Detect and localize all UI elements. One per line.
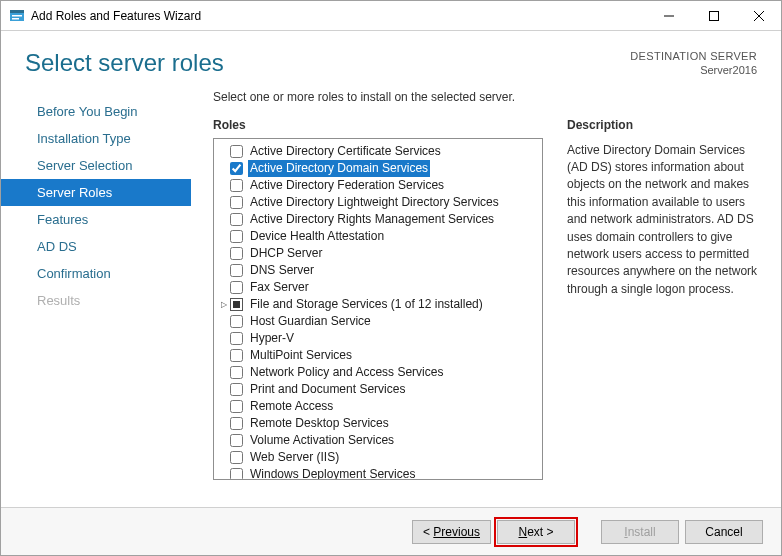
wizard-step-installation-type[interactable]: Installation Type [1,125,191,152]
description-text: Active Directory Domain Services (AD DS)… [567,142,763,299]
role-checkbox[interactable] [230,315,243,328]
role-checkbox[interactable] [230,400,243,413]
role-label: Network Policy and Access Services [248,364,445,381]
role-checkbox[interactable] [230,179,243,192]
role-label: Active Directory Domain Services [248,160,430,177]
role-checkbox[interactable] [230,434,243,447]
role-checkbox[interactable] [230,213,243,226]
minimize-button[interactable] [646,1,691,30]
body: Before You BeginInstallation TypeServer … [1,80,781,480]
destination-label: DESTINATION SERVER [630,49,757,63]
role-label: MultiPoint Services [248,347,354,364]
next-button[interactable]: Next > [497,520,575,544]
role-item[interactable]: Network Policy and Access Services [216,364,540,381]
install-button: Install [601,520,679,544]
role-label: DNS Server [248,262,316,279]
role-item[interactable]: DNS Server [216,262,540,279]
role-checkbox[interactable] [230,145,243,158]
description-label: Description [567,118,763,132]
roles-label: Roles [213,118,543,132]
role-checkbox[interactable] [230,366,243,379]
role-label: Web Server (IIS) [248,449,341,466]
role-item[interactable]: Host Guardian Service [216,313,540,330]
role-item[interactable]: Print and Document Services [216,381,540,398]
svg-rect-1 [10,10,24,13]
role-label: Print and Document Services [248,381,407,398]
destination-server: DESTINATION SERVER Server2016 [630,49,757,78]
wizard-step-server-roles[interactable]: Server Roles [1,179,191,206]
role-checkbox[interactable] [230,196,243,209]
role-checkbox[interactable] [230,383,243,396]
footer: < Previous Next > Install Cancel [1,507,781,555]
role-item[interactable]: Web Server (IIS) [216,449,540,466]
role-label: Device Health Attestation [248,228,386,245]
role-item[interactable]: Device Health Attestation [216,228,540,245]
role-item[interactable]: Volume Activation Services [216,432,540,449]
role-checkbox[interactable] [230,332,243,345]
wizard-step-confirmation[interactable]: Confirmation [1,260,191,287]
role-label: Active Directory Federation Services [248,177,446,194]
role-item[interactable]: ▷File and Storage Services (1 of 12 inst… [216,296,540,313]
role-label: Remote Access [248,398,335,415]
svg-rect-2 [12,15,22,17]
svg-rect-5 [709,11,718,20]
role-label: Windows Deployment Services [248,466,417,480]
role-label: Fax Server [248,279,311,296]
role-item[interactable]: Fax Server [216,279,540,296]
wizard-steps: Before You BeginInstallation TypeServer … [1,90,191,480]
role-item[interactable]: Windows Deployment Services [216,466,540,480]
close-button[interactable] [736,1,781,30]
page-title: Select server roles [25,49,224,77]
role-label: Active Directory Rights Management Servi… [248,211,496,228]
role-item[interactable]: Active Directory Federation Services [216,177,540,194]
role-label: Remote Desktop Services [248,415,391,432]
role-item[interactable]: DHCP Server [216,245,540,262]
window-title: Add Roles and Features Wizard [31,9,646,23]
role-checkbox[interactable] [230,281,243,294]
role-label: Active Directory Lightweight Directory S… [248,194,501,211]
role-checkbox[interactable] [230,349,243,362]
wizard-step-results: Results [1,287,191,314]
role-checkbox[interactable] [230,451,243,464]
wizard-step-server-selection[interactable]: Server Selection [1,152,191,179]
role-label: File and Storage Services (1 of 12 insta… [248,296,485,313]
role-checkbox[interactable] [230,162,243,175]
role-label: DHCP Server [248,245,324,262]
panels: Roles Active Directory Certificate Servi… [213,118,763,480]
role-checkbox[interactable] [230,247,243,260]
app-icon [9,8,25,24]
role-checkbox-partial[interactable] [230,298,243,311]
role-label: Active Directory Certificate Services [248,143,443,160]
titlebar: Add Roles and Features Wizard [1,1,781,31]
role-item[interactable]: Hyper-V [216,330,540,347]
destination-value: Server2016 [630,63,757,77]
roles-panel: Roles Active Directory Certificate Servi… [213,118,543,480]
role-item[interactable]: MultiPoint Services [216,347,540,364]
maximize-button[interactable] [691,1,736,30]
wizard-step-features[interactable]: Features [1,206,191,233]
role-checkbox[interactable] [230,230,243,243]
role-item[interactable]: Active Directory Domain Services [216,160,540,177]
svg-rect-3 [12,18,19,20]
role-item[interactable]: Active Directory Lightweight Directory S… [216,194,540,211]
window-buttons [646,1,781,30]
role-item[interactable]: Active Directory Certificate Services [216,143,540,160]
description-panel: Description Active Directory Domain Serv… [567,118,763,480]
page-header: Select server roles DESTINATION SERVER S… [1,31,781,80]
role-checkbox[interactable] [230,468,243,480]
role-label: Hyper-V [248,330,296,347]
previous-button[interactable]: < Previous [412,520,491,544]
role-checkbox[interactable] [230,264,243,277]
role-item[interactable]: Active Directory Rights Management Servi… [216,211,540,228]
instruction-text: Select one or more roles to install on t… [213,90,763,104]
cancel-button[interactable]: Cancel [685,520,763,544]
role-label: Volume Activation Services [248,432,396,449]
wizard-step-before-you-begin[interactable]: Before You Begin [1,98,191,125]
role-item[interactable]: Remote Desktop Services [216,415,540,432]
main-content: Select one or more roles to install on t… [191,90,781,480]
expand-icon[interactable]: ▷ [218,296,230,313]
wizard-step-ad-ds[interactable]: AD DS [1,233,191,260]
roles-list[interactable]: Active Directory Certificate ServicesAct… [213,138,543,480]
role-checkbox[interactable] [230,417,243,430]
role-item[interactable]: Remote Access [216,398,540,415]
